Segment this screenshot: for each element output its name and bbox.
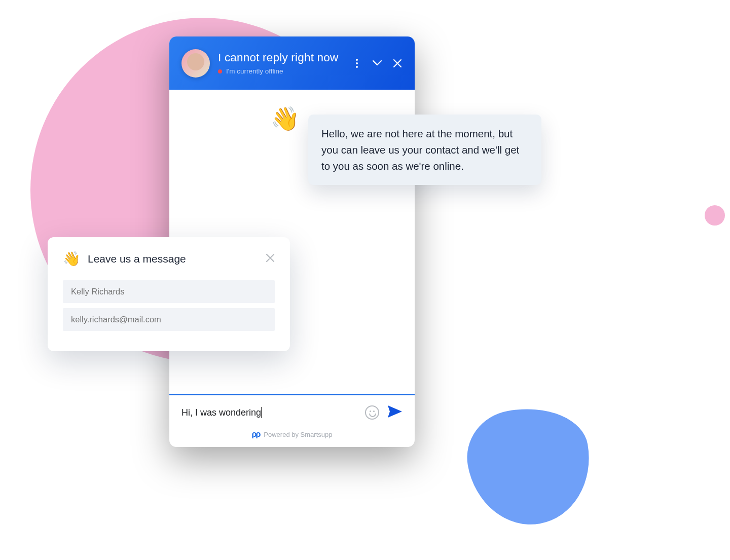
name-field[interactable] [63, 280, 275, 303]
send-button[interactable] [387, 404, 403, 421]
brand-logo-icon: ρρ [252, 430, 260, 439]
chevron-down-icon[interactable] [372, 58, 382, 68]
emoji-button[interactable] [365, 405, 379, 420]
leave-message-title: Leave us a message [88, 253, 186, 265]
leave-message-card: 👋 Leave us a message [48, 237, 290, 351]
chat-input-area: Hi, I was wondering [169, 394, 415, 426]
wave-icon: 👋 [271, 105, 300, 132]
close-icon[interactable] [266, 252, 275, 266]
powered-by[interactable]: ρρ Powered by Smartsupp [169, 426, 415, 447]
header-title: I cannot reply right now [218, 51, 344, 64]
chat-input-value: Hi, I was wondering [181, 407, 261, 418]
bg-small-circle [705, 205, 725, 226]
header-text: I cannot reply right now I'm currently o… [218, 51, 344, 75]
close-icon[interactable] [392, 58, 403, 68]
svg-point-2 [356, 66, 358, 68]
header-status: I'm currently offline [218, 67, 344, 75]
wave-icon: 👋 [63, 250, 81, 267]
powered-by-text: Powered by Smartsupp [264, 431, 332, 438]
bg-blob [460, 398, 600, 534]
leave-message-header: 👋 Leave us a message [63, 250, 275, 267]
email-field[interactable] [63, 308, 275, 331]
chat-input[interactable]: Hi, I was wondering [181, 407, 357, 418]
text-cursor-icon [261, 407, 262, 418]
more-icon[interactable] [352, 58, 362, 68]
status-dot-icon [218, 69, 222, 73]
avatar[interactable] [181, 49, 210, 78]
svg-point-0 [356, 59, 358, 61]
svg-point-1 [356, 62, 358, 64]
tooltip-bubble: Hello, we are not here at the moment, bu… [308, 115, 541, 185]
chat-header: I cannot reply right now I'm currently o… [169, 36, 415, 90]
header-actions [352, 58, 403, 68]
status-text: I'm currently offline [226, 67, 283, 75]
leave-message-title-wrap: 👋 Leave us a message [63, 250, 186, 267]
tooltip-text: Hello, we are not here at the moment, bu… [321, 126, 528, 174]
